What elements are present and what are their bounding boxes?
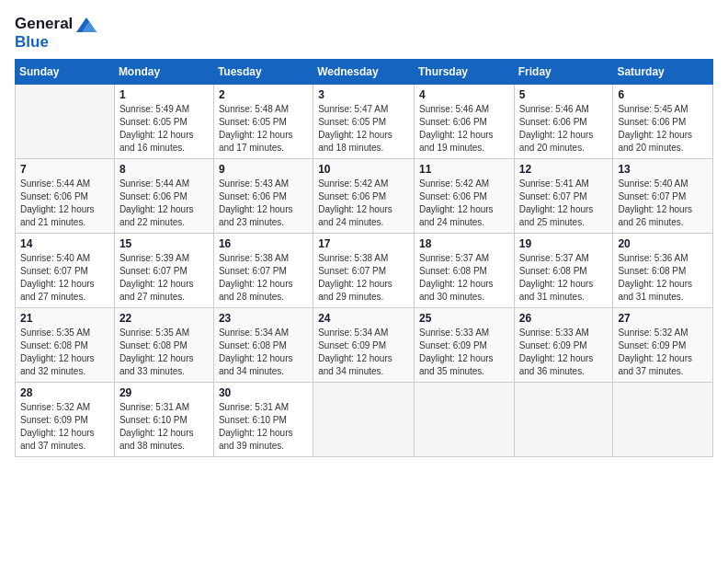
- calendar-day-cell: 2Sunrise: 5:48 AMSunset: 6:05 PMDaylight…: [213, 85, 313, 159]
- calendar-day-cell: 18Sunrise: 5:37 AMSunset: 6:08 PMDayligh…: [414, 234, 514, 308]
- day-info: Sunrise: 5:49 AMSunset: 6:05 PMDaylight:…: [119, 103, 209, 155]
- calendar-day-cell: [613, 383, 713, 457]
- day-info: Sunrise: 5:36 AMSunset: 6:08 PMDaylight:…: [618, 252, 708, 304]
- page-header: General Blue: [15, 15, 713, 52]
- calendar-day-cell: 12Sunrise: 5:41 AMSunset: 6:07 PMDayligh…: [514, 159, 613, 234]
- day-number: 12: [519, 163, 609, 176]
- day-info: Sunrise: 5:33 AMSunset: 6:09 PMDaylight:…: [419, 327, 509, 378]
- calendar-day-header: Saturday: [613, 60, 713, 85]
- calendar-week-row: 21Sunrise: 5:35 AMSunset: 6:08 PMDayligh…: [16, 308, 713, 383]
- calendar-week-row: 7Sunrise: 5:44 AMSunset: 6:06 PMDaylight…: [16, 159, 713, 234]
- calendar-day-header: Wednesday: [313, 60, 415, 85]
- calendar-day-cell: [16, 85, 115, 159]
- calendar-day-cell: [414, 383, 514, 457]
- day-number: 15: [119, 237, 209, 250]
- calendar-day-cell: 27Sunrise: 5:32 AMSunset: 6:09 PMDayligh…: [613, 308, 713, 383]
- day-info: Sunrise: 5:47 AMSunset: 6:05 PMDaylight:…: [318, 103, 409, 155]
- day-info: Sunrise: 5:31 AMSunset: 6:10 PMDaylight:…: [119, 401, 209, 453]
- day-info: Sunrise: 5:41 AMSunset: 6:07 PMDaylight:…: [519, 178, 609, 229]
- calendar-day-cell: 15Sunrise: 5:39 AMSunset: 6:07 PMDayligh…: [114, 234, 213, 308]
- day-info: Sunrise: 5:39 AMSunset: 6:07 PMDaylight:…: [119, 252, 209, 304]
- day-number: 28: [20, 386, 109, 399]
- calendar-day-cell: 23Sunrise: 5:34 AMSunset: 6:08 PMDayligh…: [213, 308, 313, 383]
- calendar-day-cell: [514, 383, 613, 457]
- day-info: Sunrise: 5:32 AMSunset: 6:09 PMDaylight:…: [618, 327, 708, 378]
- day-info: Sunrise: 5:34 AMSunset: 6:08 PMDaylight:…: [219, 327, 308, 378]
- day-number: 26: [519, 312, 609, 325]
- calendar-day-cell: 6Sunrise: 5:45 AMSunset: 6:06 PMDaylight…: [613, 85, 713, 159]
- day-number: 24: [318, 312, 409, 325]
- day-info: Sunrise: 5:35 AMSunset: 6:08 PMDaylight:…: [119, 327, 209, 378]
- day-number: 21: [20, 312, 109, 325]
- day-number: 27: [618, 312, 708, 325]
- calendar-day-cell: 8Sunrise: 5:44 AMSunset: 6:06 PMDaylight…: [114, 159, 213, 234]
- day-number: 5: [519, 88, 609, 101]
- day-info: Sunrise: 5:45 AMSunset: 6:06 PMDaylight:…: [618, 103, 708, 155]
- calendar-day-header: Sunday: [16, 60, 115, 85]
- day-info: Sunrise: 5:38 AMSunset: 6:07 PMDaylight:…: [318, 252, 409, 304]
- day-number: 23: [219, 312, 308, 325]
- calendar-week-row: 14Sunrise: 5:40 AMSunset: 6:07 PMDayligh…: [16, 234, 713, 308]
- day-info: Sunrise: 5:33 AMSunset: 6:09 PMDaylight:…: [519, 327, 609, 378]
- calendar-day-cell: 25Sunrise: 5:33 AMSunset: 6:09 PMDayligh…: [414, 308, 514, 383]
- calendar-day-cell: 19Sunrise: 5:37 AMSunset: 6:08 PMDayligh…: [514, 234, 613, 308]
- calendar-day-header: Monday: [114, 60, 213, 85]
- day-number: 10: [318, 163, 409, 176]
- day-info: Sunrise: 5:32 AMSunset: 6:09 PMDaylight:…: [20, 401, 109, 453]
- day-info: Sunrise: 5:37 AMSunset: 6:08 PMDaylight:…: [519, 252, 609, 304]
- day-info: Sunrise: 5:34 AMSunset: 6:09 PMDaylight:…: [318, 327, 409, 378]
- day-number: 18: [419, 237, 509, 250]
- logo-icon: [76, 17, 97, 32]
- day-info: Sunrise: 5:38 AMSunset: 6:07 PMDaylight:…: [219, 252, 308, 304]
- logo-blue-text: Blue: [15, 33, 49, 51]
- day-number: 17: [318, 237, 409, 250]
- calendar-day-cell: 28Sunrise: 5:32 AMSunset: 6:09 PMDayligh…: [16, 383, 115, 457]
- calendar-day-cell: 22Sunrise: 5:35 AMSunset: 6:08 PMDayligh…: [114, 308, 213, 383]
- day-number: 14: [20, 237, 109, 250]
- day-number: 30: [219, 386, 308, 399]
- day-info: Sunrise: 5:44 AMSunset: 6:06 PMDaylight:…: [119, 178, 209, 229]
- day-number: 9: [219, 163, 308, 176]
- day-number: 20: [618, 237, 708, 250]
- day-info: Sunrise: 5:48 AMSunset: 6:05 PMDaylight:…: [219, 103, 308, 155]
- calendar-day-cell: 30Sunrise: 5:31 AMSunset: 6:10 PMDayligh…: [213, 383, 313, 457]
- calendar-day-cell: 21Sunrise: 5:35 AMSunset: 6:08 PMDayligh…: [16, 308, 115, 383]
- calendar-day-cell: 9Sunrise: 5:43 AMSunset: 6:06 PMDaylight…: [213, 159, 313, 234]
- calendar-day-header: Tuesday: [213, 60, 313, 85]
- day-number: 3: [318, 88, 409, 101]
- day-number: 2: [219, 88, 308, 101]
- calendar-day-cell: 5Sunrise: 5:46 AMSunset: 6:06 PMDaylight…: [514, 85, 613, 159]
- calendar-day-cell: 14Sunrise: 5:40 AMSunset: 6:07 PMDayligh…: [16, 234, 115, 308]
- day-info: Sunrise: 5:43 AMSunset: 6:06 PMDaylight:…: [219, 178, 308, 229]
- day-number: 1: [119, 88, 209, 101]
- day-info: Sunrise: 5:46 AMSunset: 6:06 PMDaylight:…: [519, 103, 609, 155]
- calendar-day-cell: 17Sunrise: 5:38 AMSunset: 6:07 PMDayligh…: [313, 234, 415, 308]
- day-number: 6: [618, 88, 708, 101]
- calendar-day-cell: 4Sunrise: 5:46 AMSunset: 6:06 PMDaylight…: [414, 85, 514, 159]
- calendar-day-cell: 10Sunrise: 5:42 AMSunset: 6:06 PMDayligh…: [313, 159, 415, 234]
- calendar-day-cell: 16Sunrise: 5:38 AMSunset: 6:07 PMDayligh…: [213, 234, 313, 308]
- day-number: 25: [419, 312, 509, 325]
- logo-general-text: General: [15, 15, 73, 33]
- calendar-day-cell: 20Sunrise: 5:36 AMSunset: 6:08 PMDayligh…: [613, 234, 713, 308]
- calendar-day-cell: 29Sunrise: 5:31 AMSunset: 6:10 PMDayligh…: [114, 383, 213, 457]
- day-number: 16: [219, 237, 308, 250]
- day-number: 11: [419, 163, 509, 176]
- day-info: Sunrise: 5:42 AMSunset: 6:06 PMDaylight:…: [318, 178, 409, 229]
- day-info: Sunrise: 5:44 AMSunset: 6:06 PMDaylight:…: [20, 178, 109, 229]
- day-info: Sunrise: 5:37 AMSunset: 6:08 PMDaylight:…: [419, 252, 509, 304]
- day-number: 29: [119, 386, 209, 399]
- calendar-day-cell: [313, 383, 415, 457]
- day-info: Sunrise: 5:40 AMSunset: 6:07 PMDaylight:…: [618, 178, 708, 229]
- calendar-day-cell: 24Sunrise: 5:34 AMSunset: 6:09 PMDayligh…: [313, 308, 415, 383]
- calendar-day-cell: 13Sunrise: 5:40 AMSunset: 6:07 PMDayligh…: [613, 159, 713, 234]
- day-number: 19: [519, 237, 609, 250]
- day-number: 7: [20, 163, 109, 176]
- logo: General Blue: [15, 15, 97, 52]
- day-info: Sunrise: 5:42 AMSunset: 6:06 PMDaylight:…: [419, 178, 509, 229]
- day-info: Sunrise: 5:46 AMSunset: 6:06 PMDaylight:…: [419, 103, 509, 155]
- day-number: 13: [618, 163, 708, 176]
- calendar-day-cell: 3Sunrise: 5:47 AMSunset: 6:05 PMDaylight…: [313, 85, 415, 159]
- calendar-table: SundayMondayTuesdayWednesdayThursdayFrid…: [15, 59, 713, 457]
- day-info: Sunrise: 5:35 AMSunset: 6:08 PMDaylight:…: [20, 327, 109, 378]
